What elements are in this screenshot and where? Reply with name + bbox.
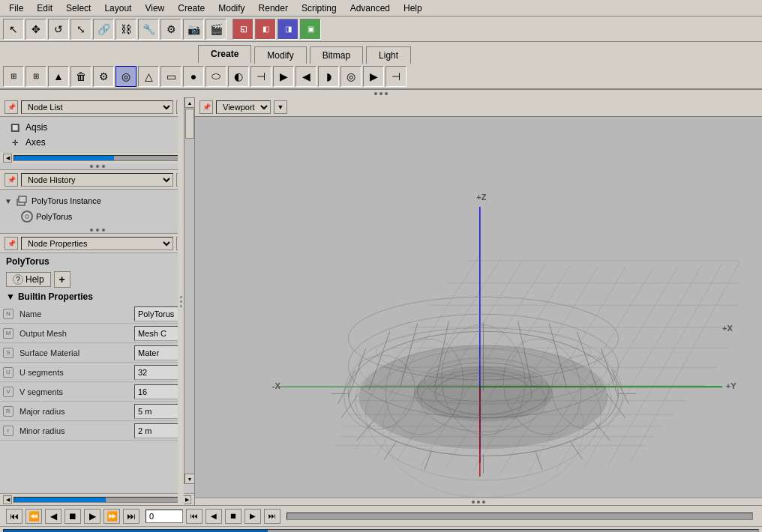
menu-scripting[interactable]: Scripting <box>296 1 343 15</box>
menu-edit[interactable]: Edit <box>31 1 58 15</box>
props-scroll-left[interactable]: ◀ <box>3 495 12 504</box>
prop-surface-material-label: Surface Material <box>16 348 134 357</box>
resize-dot-1 <box>180 296 182 298</box>
viewport-menu-btn[interactable]: ▼ <box>274 100 287 114</box>
menu-advanced[interactable]: Advanced <box>344 1 396 15</box>
torus-selected-btn[interactable]: ◎ <box>116 66 136 87</box>
menu-file[interactable]: File <box>3 1 29 15</box>
menu-create[interactable]: Create <box>172 1 211 15</box>
menu-modify[interactable]: Modify <box>212 1 250 15</box>
view-cube-btn[interactable]: ◱ <box>232 19 254 40</box>
transport-nav3-btn[interactable]: ⏹ <box>225 509 242 524</box>
sphere-btn[interactable]: ● <box>183 66 204 87</box>
transport-stop-btn[interactable]: ⏹ <box>64 509 81 524</box>
node-history-dots <box>0 227 194 233</box>
transport-nav5-btn[interactable]: ⏭ <box>264 509 280 524</box>
shape11-btn[interactable]: ⊣ <box>250 66 272 87</box>
menu-render[interactable]: Render <box>253 1 294 15</box>
transport-nav1-btn[interactable]: ⏮ <box>186 509 202 524</box>
node-list-section: 📌 Node List ▼ 🔲 Aqsis ✛ Axes ◀ <box>0 97 194 170</box>
shape17-btn[interactable]: ⊣ <box>386 66 406 87</box>
props-scrollbar: ◀ ▶ <box>0 493 194 505</box>
delete-btn[interactable]: 🗑 <box>70 66 92 87</box>
shape16-btn[interactable]: ▶ <box>363 66 384 87</box>
viewport-pin[interactable]: 📌 <box>200 100 213 114</box>
tree-item-polytorus-instance[interactable]: ▼ PolyTorus Instance <box>3 193 191 209</box>
tree-expand-arrow[interactable]: ▼ <box>4 197 12 205</box>
node-history-pin[interactable]: 📌 <box>4 173 18 187</box>
left-scroll-track[interactable] <box>184 108 194 474</box>
view-cube3-btn[interactable]: ◨ <box>278 19 298 40</box>
node-properties-dropdown[interactable]: Node Properties <box>21 237 173 250</box>
menu-help[interactable]: Help <box>398 1 428 15</box>
scroll-track[interactable] <box>14 155 181 161</box>
menu-select[interactable]: Select <box>60 1 97 15</box>
svg-line-58 <box>570 441 583 459</box>
view-cube4-btn[interactable]: ▣ <box>300 19 321 40</box>
transport-play-btn[interactable]: ▶ <box>84 509 100 524</box>
viewport-panel-btn[interactable]: ⊞ <box>3 66 24 87</box>
cylinder-btn[interactable]: ⬭ <box>206 66 226 87</box>
shape15-btn[interactable]: ◎ <box>340 66 362 87</box>
add-property-btn[interactable]: + <box>54 271 70 288</box>
shape13-btn[interactable]: ◀ <box>296 66 316 87</box>
shape12-btn[interactable]: ▶ <box>273 66 294 87</box>
axes-icon: ✛ <box>9 136 21 148</box>
transport-last-btn[interactable]: ⏭ <box>123 509 140 524</box>
transport-progress[interactable] <box>286 513 753 520</box>
prop-surface-material-icon: S <box>0 348 16 358</box>
cone2-btn[interactable]: △ <box>138 66 159 87</box>
viewport-dropdown[interactable]: Viewport <box>216 100 271 114</box>
resize-handle[interactable] <box>178 97 184 505</box>
rotate-tool-btn[interactable]: ↺ <box>48 19 69 40</box>
tab-modify[interactable]: Modify <box>254 46 306 64</box>
select-tool-btn[interactable]: ↖ <box>3 19 24 40</box>
bottom-progress-track[interactable] <box>3 529 759 533</box>
builtin-collapse-arrow[interactable]: ▼ <box>6 291 15 302</box>
node-list-dropdown[interactable]: Node List <box>21 100 173 114</box>
tool9-btn[interactable]: 🎬 <box>206 19 226 40</box>
box-btn[interactable]: ▭ <box>160 66 182 87</box>
help-button[interactable]: ? Help <box>6 272 51 287</box>
tab-bitmap[interactable]: Bitmap <box>310 46 363 64</box>
scale-tool-btn[interactable]: ⤡ <box>70 19 92 40</box>
cone-btn[interactable]: ▲ <box>48 66 69 87</box>
link-tool-btn[interactable]: 🔗 <box>93 19 114 40</box>
left-scroll-down[interactable]: ▼ <box>184 474 195 484</box>
prop-major-radius-icon: R <box>0 406 16 417</box>
tree-item-polytorus[interactable]: PolyTorus <box>3 209 191 224</box>
transport-nav2-btn[interactable]: ◀ <box>206 509 222 524</box>
node-history-dropdown[interactable]: Node History <box>21 173 173 187</box>
menu-layout[interactable]: Layout <box>98 1 137 15</box>
transport-forward-btn[interactable]: ⏩ <box>104 509 120 524</box>
main-area: 📌 Node List ▼ 🔲 Aqsis ✛ Axes ◀ <box>0 97 762 505</box>
shape14-btn[interactable]: ◗ <box>318 66 339 87</box>
props-scroll-track[interactable] <box>14 497 181 503</box>
transport-rewind-btn[interactable]: ⏪ <box>26 509 42 524</box>
transport-first-btn[interactable]: ⏮ <box>6 509 22 524</box>
node-props-pin[interactable]: 📌 <box>4 237 18 250</box>
move-tool-btn[interactable]: ✥ <box>26 19 46 40</box>
left-scroll-up[interactable]: ▲ <box>184 97 195 108</box>
transport-nav4-btn[interactable]: ▶ <box>244 509 261 524</box>
tool7-btn[interactable]: ⚙ <box>160 19 182 40</box>
tab-light[interactable]: Light <box>366 46 411 64</box>
node-list-item-axes[interactable]: ✛ Axes <box>6 135 188 150</box>
tool6-btn[interactable]: 🔧 <box>138 19 159 40</box>
tube-btn[interactable]: ◐ <box>228 66 249 87</box>
tab-create[interactable]: Create <box>198 45 251 64</box>
unlink-tool-btn[interactable]: ⛓ <box>116 19 136 40</box>
tool8-btn[interactable]: 📷 <box>183 19 204 40</box>
prop-output-mesh-icon: M <box>0 328 16 339</box>
viewport-canvas[interactable]: +Z +Y +X -X -Z <box>195 117 762 498</box>
scroll-left-btn[interactable]: ◀ <box>3 154 12 163</box>
frame-input[interactable] <box>146 510 183 523</box>
node-list-pin[interactable]: 📌 <box>4 100 18 114</box>
shape-grid-btn[interactable]: ⊞ <box>26 66 46 87</box>
transport-prev-btn[interactable]: ◀ <box>45 509 62 524</box>
menu-view[interactable]: View <box>139 1 170 15</box>
settings-btn[interactable]: ⚙ <box>93 66 114 87</box>
view-cube2-btn[interactable]: ◧ <box>255 19 276 40</box>
resize-dot-3 <box>180 305 182 307</box>
node-list-item-aqsis[interactable]: 🔲 Aqsis <box>6 120 188 135</box>
